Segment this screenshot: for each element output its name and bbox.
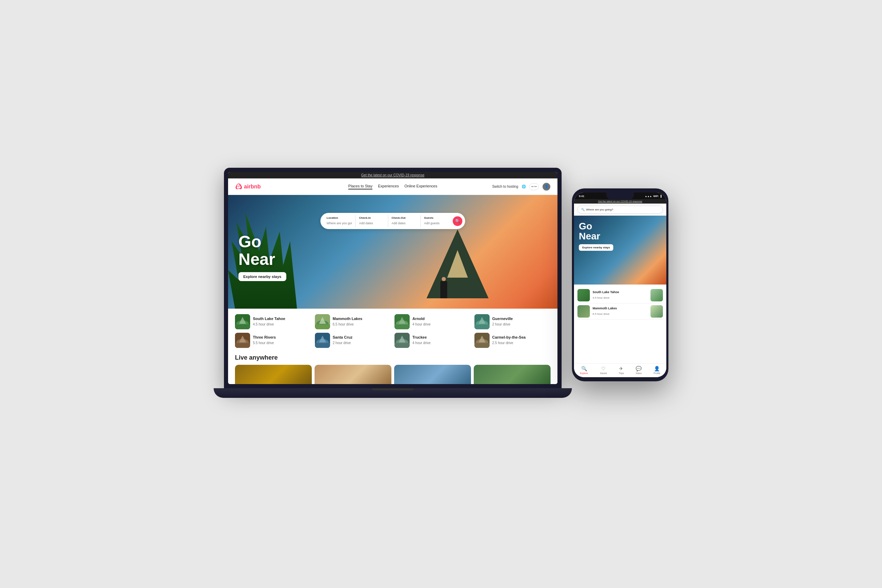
- destinations-grid: South Lake Tahoe 4.5 hour drive Mammoth …: [235, 314, 550, 348]
- phone-dest-thumb-right-0: [651, 289, 663, 302]
- svg-rect-7: [315, 324, 330, 329]
- phone-search-bar[interactable]: 🔍 Where are you going?: [578, 206, 663, 214]
- phone-search-icon: 🔍: [581, 208, 585, 211]
- dest-thumb-1: [315, 314, 330, 329]
- destination-item-2[interactable]: Arnold 4 hour drive: [394, 314, 471, 329]
- guests-field[interactable]: Guests: [421, 215, 453, 227]
- dest-name-5: Santa Cruz: [333, 335, 352, 339]
- dest-thumb-5: [315, 333, 330, 348]
- dest-name-3: Guerneville: [492, 316, 513, 321]
- dest-info-7: Carmel-by-the-Sea 2.5 hour drive: [492, 335, 526, 345]
- phone-body: 9:41 ▲▲▲ WiFi ▐ Get the latest on our CO…: [572, 188, 668, 381]
- nav-links: Places to Stay Experiences Online Experi…: [348, 184, 437, 189]
- phone: 9:41 ▲▲▲ WiFi ▐ Get the latest on our CO…: [572, 188, 668, 381]
- nav-icon-inbox: 💬: [636, 366, 642, 371]
- dest-thumb-2: [394, 314, 410, 329]
- phone-explore-button[interactable]: Explore nearby stays: [579, 244, 613, 251]
- destination-item-5[interactable]: Santa Cruz 2 hour drive: [315, 333, 392, 348]
- nav-icon-profile: 👤: [654, 366, 660, 371]
- phone-search-placeholder: Where are you going?: [586, 208, 613, 211]
- checkin-field[interactable]: Check-In: [356, 215, 388, 227]
- nav-icon-saved: ♡: [601, 366, 606, 371]
- destination-item-4[interactable]: Three Rivers 5.5 hour drive: [235, 333, 312, 348]
- nav-label-saved: Saved: [600, 372, 607, 374]
- nav-icon-trips: ✈: [619, 366, 623, 371]
- laptop-base: [214, 388, 572, 398]
- phone-notch: [606, 192, 634, 200]
- checkout-field[interactable]: Check-Out: [388, 215, 421, 227]
- location-field[interactable]: Location: [323, 215, 356, 227]
- scene: Get the latest on our COVID-19 response …: [214, 147, 668, 441]
- dest-drive-7: 2.5 hour drive: [492, 341, 513, 345]
- phone-dest-1[interactable]: Mammoth Lakes 6.5 hour drive: [578, 303, 663, 320]
- svg-rect-11: [394, 324, 410, 329]
- phone-dest-0[interactable]: South Lake Tahoe 4.5 hour drive: [578, 287, 663, 303]
- checkin-label: Check-In: [359, 216, 384, 219]
- covid-bar[interactable]: Get the latest on our COVID-19 response: [228, 172, 558, 178]
- phone-bottom-nav: 🔍 Explore ♡ Saved ✈ Trips 💬 Inbox 👤 Prof…: [574, 363, 666, 377]
- phone-destinations: South Lake Tahoe 4.5 hour drive Mammoth …: [574, 285, 666, 322]
- phone-nav-explore[interactable]: 🔍 Explore: [580, 366, 588, 374]
- dest-name-2: Arnold: [412, 316, 430, 321]
- phone-dest-info-0: South Lake Tahoe 4.5 hour drive: [592, 290, 619, 300]
- laptop-nav: airbnb Places to Stay Experiences Online…: [228, 178, 558, 195]
- dest-drive-3: 2 hour drive: [492, 322, 511, 326]
- explore-nearby-button[interactable]: Explore nearby stays: [238, 272, 286, 281]
- airbnb-wordmark: airbnb: [244, 184, 261, 190]
- dest-info-5: Santa Cruz 2 hour drive: [333, 335, 352, 345]
- phone-nav-saved[interactable]: ♡ Saved: [600, 366, 607, 374]
- hero-title: Go Near: [238, 233, 286, 268]
- property-thumb-4[interactable]: [474, 365, 550, 384]
- switch-to-hosting[interactable]: Switch to hosting: [492, 184, 518, 188]
- globe-icon[interactable]: 🌐: [522, 184, 526, 188]
- airbnb-icon: [235, 183, 243, 190]
- nav-experiences[interactable]: Experiences: [378, 184, 399, 189]
- airbnb-logo[interactable]: airbnb: [235, 183, 261, 190]
- checkout-input[interactable]: [392, 222, 417, 225]
- laptop-hero: Location Check-In Check-Out Guests: [228, 195, 558, 309]
- phone-nav-inbox[interactable]: 💬 Inbox: [636, 366, 642, 374]
- property-thumb-2[interactable]: [315, 365, 392, 384]
- svg-rect-23: [315, 343, 330, 348]
- dest-info-6: Truckee 4 hour drive: [412, 335, 430, 345]
- nav-places-to-stay[interactable]: Places to Stay: [348, 184, 372, 189]
- location-input[interactable]: [327, 222, 352, 225]
- hero-text: Go Near Explore nearby stays: [238, 233, 286, 281]
- nav-online-experiences[interactable]: Online Experiences: [405, 184, 437, 189]
- phone-dest-thumb-right-1: [651, 305, 663, 318]
- guests-input[interactable]: [424, 222, 449, 225]
- dest-info-4: Three Rivers 5.5 hour drive: [253, 335, 276, 345]
- destination-item-7[interactable]: Carmel-by-the-Sea 2.5 hour drive: [474, 333, 551, 348]
- destination-item-3[interactable]: Guerneville 2 hour drive: [474, 314, 551, 329]
- dest-info-2: Arnold 4 hour drive: [412, 316, 430, 327]
- location-label: Location: [327, 216, 352, 219]
- svg-rect-31: [474, 343, 490, 348]
- dest-drive-2: 4 hour drive: [412, 322, 430, 326]
- destination-item-6[interactable]: Truckee 4 hour drive: [394, 333, 471, 348]
- checkin-input[interactable]: [359, 222, 384, 225]
- destination-item-1[interactable]: Mammoth Lakes 6.5 hour drive: [315, 314, 392, 329]
- phone-nav-profile[interactable]: 👤 Profile: [654, 366, 660, 374]
- user-avatar[interactable]: 👤: [542, 183, 550, 191]
- phone-covid-bar[interactable]: Get the latest on our COVID-19 response: [574, 199, 666, 204]
- menu-dot-1: [532, 186, 532, 187]
- dest-thumb-4: [235, 333, 250, 348]
- wifi-icon: WiFi: [653, 195, 658, 197]
- menu-dot-3: [536, 186, 536, 187]
- nav-label-profile: Profile: [654, 372, 660, 374]
- checkout-label: Check-Out: [392, 216, 417, 219]
- covid-link[interactable]: Get the latest on our COVID-19 response: [361, 173, 424, 177]
- destinations-section: South Lake Tahoe 4.5 hour drive Mammoth …: [228, 309, 558, 351]
- phone-hero-text: Go Near Explore nearby stays: [579, 221, 613, 251]
- aframe-cabin: [426, 230, 489, 298]
- svg-rect-3: [235, 324, 250, 329]
- menu-button[interactable]: [529, 183, 539, 190]
- destination-item-0[interactable]: South Lake Tahoe 4.5 hour drive: [235, 314, 312, 329]
- property-thumb-3[interactable]: [394, 365, 471, 384]
- property-thumb-1[interactable]: [235, 365, 312, 384]
- search-button[interactable]: 🔍: [453, 216, 462, 226]
- dest-name-7: Carmel-by-the-Sea: [492, 335, 526, 339]
- dest-info-0: South Lake Tahoe 4.5 hour drive: [253, 316, 285, 327]
- svg-rect-19: [235, 343, 250, 348]
- phone-nav-trips[interactable]: ✈ Trips: [619, 366, 624, 374]
